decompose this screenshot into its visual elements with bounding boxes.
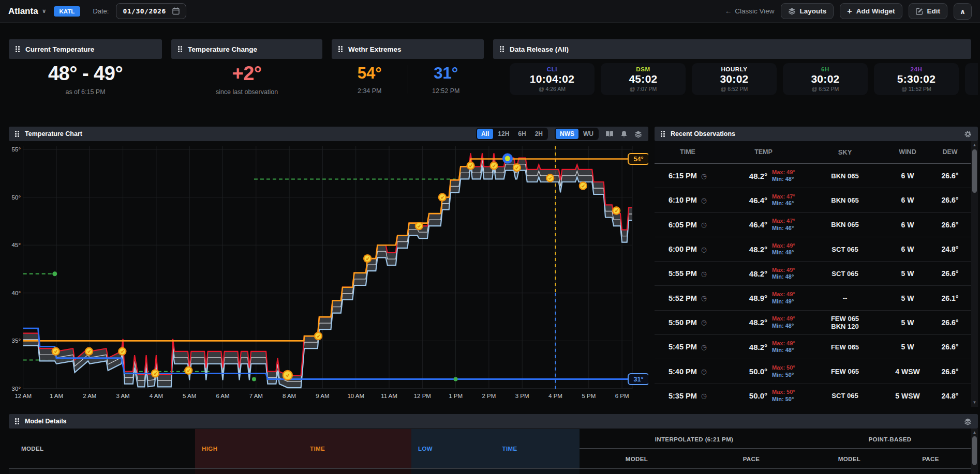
data-release-card[interactable]: 6H 30:02 @ 6:52 PM (783, 63, 868, 95)
drag-grip-icon[interactable] (500, 46, 504, 52)
clock-icon: ◷ (701, 392, 707, 400)
obs-dew: 26.6° (931, 343, 969, 351)
drag-grip-icon[interactable] (15, 418, 20, 424)
obs-dew: 26.6° (931, 269, 969, 278)
svg-text:54°: 54° (634, 156, 644, 163)
scroll-down-icon[interactable]: ▼ (971, 400, 978, 405)
obs-temp: 46.4° Max: 47°Min: 46° (721, 218, 806, 232)
obs-time: 5:50 PM◷ (655, 318, 721, 327)
station-badge[interactable]: KATL (54, 6, 81, 17)
layouts-button[interactable]: Layouts (781, 3, 834, 19)
date-input[interactable]: 01/30/2026 (116, 3, 186, 19)
column-header-dew[interactable]: DEW (931, 148, 969, 156)
obs-wind: 6 W (884, 245, 931, 253)
drag-grip-icon[interactable] (178, 46, 183, 52)
observation-row[interactable]: 5:35 PM◷ 50.0° Max: 50°Min: 50° SCT 065 … (655, 384, 971, 407)
observation-row[interactable]: 6:10 PM◷ 46.4° Max: 47°Min: 46° BKN 065 … (655, 188, 971, 212)
temperature-chart-header[interactable]: Temperature Chart All12H6H2H NWSWU (9, 127, 648, 141)
drag-grip-icon[interactable] (15, 131, 20, 137)
observation-row[interactable]: 6:05 PM◷ 46.4° Max: 47°Min: 46° BKN 065 … (655, 213, 971, 237)
obs-dew: 26.6° (931, 172, 969, 180)
drag-grip-icon[interactable] (338, 46, 343, 52)
column-header-wind[interactable]: WIND (884, 148, 931, 156)
svg-text:11 AM: 11 AM (381, 393, 397, 399)
book-icon[interactable] (605, 130, 614, 137)
city-selector[interactable]: Atlanta ∨ (8, 6, 47, 17)
observations-scrollbar[interactable]: ▲ ▼ (971, 141, 978, 407)
high-time-column-header: TIME (310, 446, 325, 452)
release-type-label: DSM (636, 66, 650, 72)
obs-min: Min: 48° (772, 323, 795, 330)
observation-row[interactable]: 5:55 PM◷ 48.2° Max: 49°Min: 48° SCT 065 … (655, 262, 971, 286)
observations-table-body: 6:15 PM◷ 48.2° Max: 49°Min: 48° BKN 065 … (655, 164, 971, 407)
recent-observations-header[interactable]: Recent Observations (655, 127, 978, 141)
collapse-header-button[interactable]: ∧ (954, 3, 972, 20)
recent-observations-widget: Recent Observations TIMETEMPSKYWINDDEW 6… (655, 127, 978, 407)
scroll-up-icon[interactable]: ▲ (971, 430, 978, 435)
obs-min: Min: 48° (772, 347, 795, 354)
observation-row[interactable]: 5:52 PM◷ 48.9° Max: 49°Min: 49° -- 5 W 2… (655, 286, 971, 310)
range-button-6h[interactable]: 6H (514, 129, 530, 139)
release-type-label: 24H (911, 66, 923, 72)
svg-text:2 PM: 2 PM (482, 393, 496, 399)
observation-row[interactable]: 5:40 PM◷ 50.0° Max: 50°Min: 50° FEW 065 … (655, 359, 971, 384)
column-header-temp[interactable]: TEMP (721, 148, 806, 156)
model-details-widget: Model Details MODEL HIGH TIME LOW TIME I… (9, 414, 978, 474)
edit-button[interactable]: Edit (909, 3, 948, 19)
wethr-extremes-header[interactable]: Wethr Extremes (332, 39, 484, 59)
drag-grip-icon[interactable] (16, 46, 20, 52)
range-button-12h[interactable]: 12H (494, 129, 513, 139)
current-temperature-header[interactable]: Current Temperature (9, 39, 162, 59)
calendar-icon[interactable] (172, 7, 180, 15)
add-widget-button[interactable]: + Add Widget (840, 3, 902, 19)
column-header-time[interactable]: TIME (655, 148, 721, 156)
obs-max: Max: 49° (772, 315, 795, 323)
release-time: @ 4:26 AM (539, 86, 566, 92)
point-based-group-header: POINT-BASED (869, 436, 912, 442)
scroll-up-icon[interactable]: ▲ (971, 143, 978, 148)
svg-text:7 AM: 7 AM (249, 393, 263, 399)
data-release-card[interactable]: HOURLY 30:02 @ 6:52 PM (692, 63, 777, 95)
interpolated-pace-header: PACE (743, 456, 760, 462)
clock-icon: ◷ (701, 270, 707, 278)
low-column-header: LOW (418, 446, 433, 452)
release-countdown: 45:02 (629, 73, 657, 85)
weather-dashboard: Atlanta ∨ KATL Date: 01/30/2026 ← Classi… (0, 0, 980, 474)
source-button-nws[interactable]: NWS (556, 129, 578, 139)
observation-row[interactable]: 6:00 PM◷ 48.2° Max: 49°Min: 48° SCT 065 … (655, 237, 971, 262)
obs-time: 5:45 PM◷ (655, 343, 721, 351)
model-details-header[interactable]: Model Details (9, 414, 978, 429)
layers-icon[interactable] (964, 418, 972, 425)
column-header-sky[interactable]: SKY (806, 148, 884, 156)
data-release-header[interactable]: Data Release (All) (493, 39, 971, 59)
classic-view-link[interactable]: ← Classic View (725, 7, 775, 15)
current-temperature-subtext: as of 6:15 PM (9, 88, 162, 96)
temperature-change-header[interactable]: Temperature Change (171, 39, 322, 59)
model-details-first-row (9, 468, 971, 474)
scrollbar-thumb[interactable] (972, 149, 977, 193)
data-release-card[interactable]: 24H 5:30:02 @ 11:52 PM (874, 63, 959, 95)
model-details-scrollbar[interactable]: ▲ (971, 429, 978, 474)
obs-max: Max: 49° (772, 267, 795, 274)
obs-max: Max: 47° (772, 193, 795, 201)
observation-row[interactable]: 5:45 PM◷ 48.2° Max: 49°Min: 48° FEW 065 … (655, 335, 971, 359)
observation-row[interactable]: 5:50 PM◷ 48.2° Max: 49°Min: 48° FEW 065B… (655, 311, 971, 335)
scrollbar-thumb[interactable] (972, 436, 977, 465)
gear-icon[interactable] (964, 130, 972, 138)
data-release-card[interactable]: CLI 10:04:02 @ 4:26 AM (510, 63, 595, 95)
layers-icon[interactable] (634, 130, 642, 138)
drag-grip-icon[interactable] (661, 131, 665, 137)
observation-row[interactable]: 6:15 PM◷ 48.2° Max: 49°Min: 48° BKN 065 … (655, 164, 971, 188)
range-button-2h[interactable]: 2H (531, 129, 547, 139)
bell-icon[interactable] (620, 130, 628, 138)
range-button-all[interactable]: All (477, 129, 493, 139)
obs-max: Max: 50° (772, 389, 795, 396)
data-release-card-partial[interactable] (965, 63, 978, 95)
obs-dew: 26.6° (931, 318, 969, 327)
temperature-chart-plot[interactable]: 55°50°45°40°35°30°12 AM1 AM2 AM3 AM4 AM5… (9, 141, 648, 407)
interpolated-group-header: INTERPOLATED (6:21 PM) (655, 436, 734, 442)
obs-temp: 48.2° Max: 49°Min: 48° (721, 169, 806, 183)
release-countdown: 10:04:02 (530, 73, 574, 85)
data-release-card[interactable]: DSM 45:02 @ 7:07 PM (601, 63, 686, 95)
source-button-wu[interactable]: WU (579, 129, 598, 139)
